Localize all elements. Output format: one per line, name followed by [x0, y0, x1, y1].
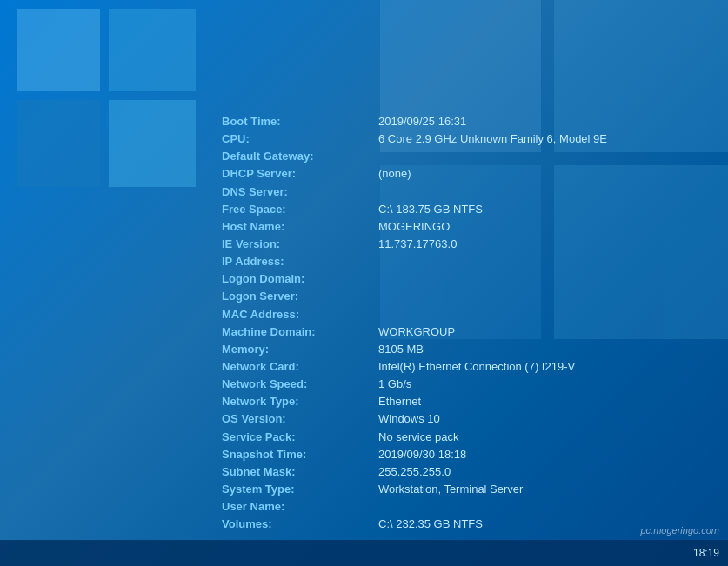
info-label: Memory:: [222, 341, 378, 358]
info-value: C:\ 183.75 GB NTFS: [378, 201, 483, 218]
info-label: Boot Time:: [222, 113, 378, 130]
info-row: Boot Time:2019/09/25 16:31: [222, 113, 607, 130]
info-label: IP Address:: [222, 253, 378, 270]
info-row: Logon Domain:: [222, 270, 607, 288]
info-row: IE Version:11.737.17763.0: [222, 236, 607, 253]
info-label: IE Version:: [222, 236, 378, 253]
info-label: Network Card:: [222, 358, 378, 376]
info-label: Snapshot Time:: [222, 446, 378, 463]
info-value: Workstation, Terminal Server: [378, 481, 523, 498]
info-label: Host Name:: [222, 218, 378, 236]
info-value: C:\ 232.35 GB NTFS: [378, 516, 483, 533]
info-row: OS Version:Windows 10: [222, 410, 607, 428]
taskbar-time: 18:19: [693, 547, 719, 559]
info-label: DNS Server:: [222, 183, 378, 201]
logo-pane-bl: [17, 100, 100, 187]
info-value: 6 Core 2.9 GHz Unknown Family 6, Model 9…: [378, 130, 607, 148]
info-row: DHCP Server:(none): [222, 165, 607, 183]
info-row: Machine Domain:WORKGROUP: [222, 323, 607, 341]
info-row: DNS Server:: [222, 183, 607, 201]
info-row: MAC Address:: [222, 306, 607, 323]
info-value: Windows 10: [378, 410, 440, 428]
info-value: 255.255.255.0: [378, 463, 451, 481]
info-row: Memory:8105 MB: [222, 341, 607, 358]
info-row: Volumes:C:\ 232.35 GB NTFS: [222, 516, 607, 533]
info-row: System Type:Workstation, Terminal Server: [222, 481, 607, 498]
info-value: 2019/09/30 18:18: [378, 446, 466, 463]
info-row: Logon Server:: [222, 288, 607, 305]
logo-pane-tr: [109, 9, 196, 91]
info-label: Logon Domain:: [222, 270, 378, 288]
info-value: 11.737.17763.0: [378, 236, 457, 253]
info-label: Machine Domain:: [222, 323, 378, 341]
info-label: DHCP Server:: [222, 165, 378, 183]
info-label: Network Speed:: [222, 376, 378, 393]
watermark: pc.mogeringo.com: [641, 525, 720, 536]
logo-pane-br: [109, 100, 196, 187]
info-label: Default Gateway:: [222, 148, 378, 165]
info-row: Network Speed:1 Gb/s: [222, 376, 607, 393]
info-label: Logon Server:: [222, 288, 378, 305]
info-label: Subnet Mask:: [222, 463, 378, 481]
info-row: Service Pack:No service pack: [222, 429, 607, 446]
info-value: Ethernet: [378, 393, 421, 410]
info-row: Free Space:C:\ 183.75 GB NTFS: [222, 201, 607, 218]
info-label: CPU:: [222, 130, 378, 148]
info-row: Network Card:Intel(R) Ethernet Connectio…: [222, 358, 607, 376]
info-value: 2019/09/25 16:31: [378, 113, 466, 130]
info-label: Network Type:: [222, 393, 378, 410]
info-value: (none): [378, 165, 411, 183]
info-row: User Name:: [222, 498, 607, 516]
logo-pane-tl: [17, 9, 100, 91]
info-value: WORKGROUP: [378, 323, 455, 341]
info-row: CPU:6 Core 2.9 GHz Unknown Family 6, Mod…: [222, 130, 607, 148]
info-value: Intel(R) Ethernet Connection (7) I219-V: [378, 358, 575, 376]
info-label: Service Pack:: [222, 429, 378, 446]
info-label: System Type:: [222, 481, 378, 498]
info-label: Volumes:: [222, 516, 378, 533]
info-row: Subnet Mask:255.255.255.0: [222, 463, 607, 481]
info-value: 1 Gb/s: [378, 376, 411, 393]
info-row: Default Gateway:: [222, 148, 607, 165]
info-row: Network Type:Ethernet: [222, 393, 607, 410]
info-row: Snapshot Time:2019/09/30 18:18: [222, 446, 607, 463]
info-label: OS Version:: [222, 410, 378, 428]
info-label: MAC Address:: [222, 306, 378, 323]
info-value: MOGERINGO: [378, 218, 450, 236]
info-label: User Name:: [222, 498, 378, 516]
info-row: IP Address:: [222, 253, 607, 270]
system-info-panel: Boot Time:2019/09/25 16:31CPU:6 Core 2.9…: [222, 113, 607, 533]
info-value: No service pack: [378, 429, 458, 446]
info-row: Host Name:MOGERINGO: [222, 218, 607, 236]
info-value: 8105 MB: [378, 341, 424, 358]
info-label: Free Space:: [222, 201, 378, 218]
taskbar: 18:19: [0, 540, 728, 566]
